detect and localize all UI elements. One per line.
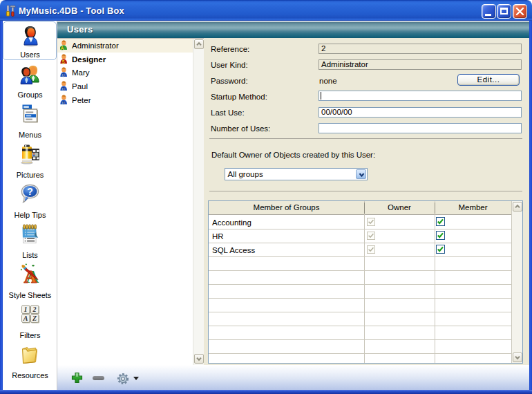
svg-text:1: 1 [23, 306, 27, 313]
svg-text:U: U [62, 101, 65, 105]
svg-text:?: ? [27, 186, 33, 197]
svg-text:A: A [61, 46, 64, 50]
svg-text:2: 2 [32, 306, 36, 313]
svg-text:U: U [62, 87, 65, 91]
svg-text:U: U [62, 73, 65, 77]
svg-text:A: A [22, 315, 28, 322]
svg-text:S: S [61, 59, 65, 64]
svg-text:Z: Z [32, 315, 37, 322]
